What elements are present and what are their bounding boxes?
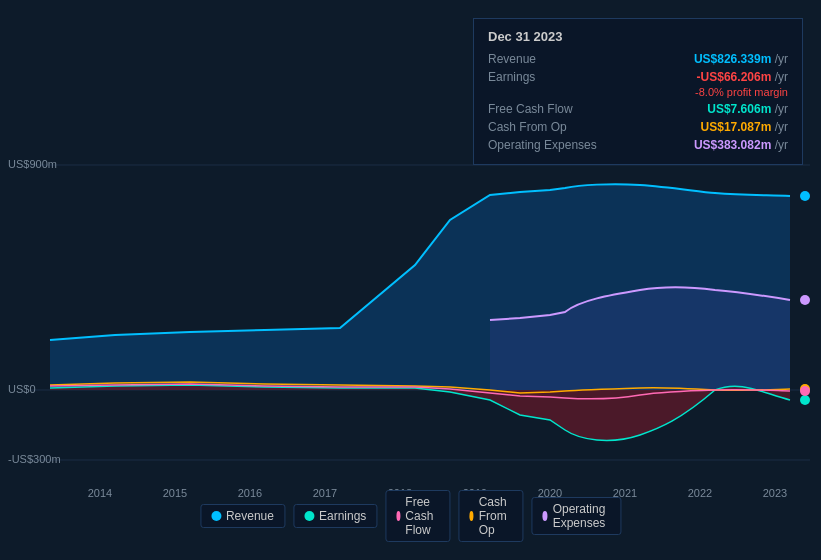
legend-label-revenue: Revenue: [226, 509, 274, 523]
legend-label-earnings: Earnings: [319, 509, 366, 523]
chart-legend: Revenue Earnings Free Cash Flow Cash Fro…: [200, 490, 621, 542]
data-tooltip: Dec 31 2023 Revenue US$826.339m /yr Earn…: [473, 18, 803, 165]
tooltip-row-fcf: Free Cash Flow US$7.606m /yr: [488, 100, 788, 118]
tooltip-label-earnings: Earnings: [488, 70, 535, 84]
legend-label-opex: Operating Expenses: [553, 502, 610, 530]
svg-point-5: [800, 295, 810, 305]
svg-text:2015: 2015: [163, 487, 187, 499]
legend-item-revenue[interactable]: Revenue: [200, 504, 285, 528]
svg-text:2014: 2014: [88, 487, 112, 499]
legend-item-earnings[interactable]: Earnings: [293, 504, 377, 528]
svg-text:US$0: US$0: [8, 383, 36, 395]
tooltip-value-revenue: US$826.339m /yr: [694, 52, 788, 66]
tooltip-row-earnings: Earnings -US$66.206m /yr: [488, 68, 788, 86]
tooltip-label-revenue: Revenue: [488, 52, 536, 66]
tooltip-value-earnings: -US$66.206m /yr: [697, 70, 788, 84]
svg-text:US$900m: US$900m: [8, 158, 57, 170]
tooltip-label-fcf: Free Cash Flow: [488, 102, 573, 116]
svg-point-8: [800, 386, 810, 396]
legend-label-fcf: Free Cash Flow: [405, 495, 439, 537]
legend-dot-fcf: [396, 511, 400, 521]
tooltip-value-opex: US$383.082m /yr: [694, 138, 788, 152]
tooltip-label-opex: Operating Expenses: [488, 138, 597, 152]
tooltip-row-revenue: Revenue US$826.339m /yr: [488, 50, 788, 68]
legend-item-fcf[interactable]: Free Cash Flow: [385, 490, 450, 542]
tooltip-date: Dec 31 2023: [488, 29, 788, 44]
legend-label-cashop: Cash From Op: [479, 495, 513, 537]
tooltip-row-opex: Operating Expenses US$383.082m /yr: [488, 136, 788, 154]
profit-margin-row: -8.0% profit margin: [488, 86, 788, 100]
svg-text:-US$300m: -US$300m: [8, 453, 61, 465]
tooltip-value-cashop: US$17.087m /yr: [701, 120, 788, 134]
svg-text:2022: 2022: [688, 487, 712, 499]
tooltip-value-fcf: US$7.606m /yr: [707, 102, 788, 116]
profit-margin-text: -8.0% profit margin: [695, 86, 788, 98]
svg-text:2023: 2023: [763, 487, 787, 499]
svg-point-6: [800, 395, 810, 405]
svg-point-4: [800, 191, 810, 201]
legend-item-opex[interactable]: Operating Expenses: [531, 497, 621, 535]
legend-item-cashop[interactable]: Cash From Op: [458, 490, 523, 542]
legend-dot-cashop: [469, 511, 473, 521]
legend-dot-earnings: [304, 511, 314, 521]
legend-dot-opex: [542, 511, 547, 521]
tooltip-row-cashop: Cash From Op US$17.087m /yr: [488, 118, 788, 136]
legend-dot-revenue: [211, 511, 221, 521]
tooltip-label-cashop: Cash From Op: [488, 120, 567, 134]
